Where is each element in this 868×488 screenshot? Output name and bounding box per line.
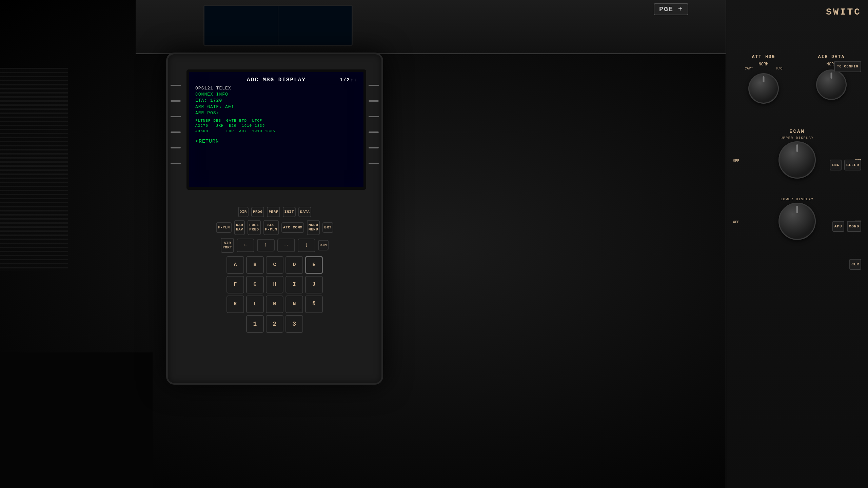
fo-label: F/O [776,67,782,70]
screen-line-3: ETA: 1720 [195,98,357,104]
airport-label: AIRPORT [222,241,232,249]
att-hdg-title: ATT HDG [733,54,794,59]
prog-button[interactable]: PROG [251,207,264,217]
lower-off-label: OFF [733,220,739,224]
att-hdg-norm: NORM [733,62,794,67]
mcdu-unit: AOC MSG DISPLAY 1/2↑↓ OPS121 TELEX CONNE… [166,53,383,385]
eng-button[interactable]: ENG [830,160,842,170]
capt-fo-labels: CAPT F/O [733,67,794,70]
screen-line-4: ARR GATE: A01 [195,104,357,110]
key-b[interactable]: B [246,256,264,274]
to-config-button[interactable]: TO CONFIG [834,61,861,72]
secfpln-label: SECF-PLN [265,223,277,231]
fuelpred-button[interactable]: FUELPRED [248,220,260,235]
fpln-button[interactable]: F-PLN [216,222,232,233]
upper-display-knob[interactable] [778,141,816,179]
lsk-r4[interactable] [369,131,379,133]
lsk-r3[interactable] [369,116,379,117]
secfpln-button[interactable]: SECF-PLN [263,220,279,235]
atccomm-label: ATC COMM [283,225,302,230]
capt-label: CAPT [745,67,753,70]
key-n[interactable]: N~ [285,296,303,313]
dir-button[interactable]: DIR [238,207,249,217]
key-k[interactable]: K [226,296,244,313]
fuelpred-label: FUELPRED [249,223,259,231]
left-arrow-button[interactable]: ← [237,239,254,252]
key-2[interactable]: 2 [266,315,283,333]
atccomm-button[interactable]: ATC COMM [281,222,304,233]
ecam-section: ECAM UPPER DISPLAY OFF BRT ENG BLEED LOW… [733,129,861,270]
clr-button[interactable]: CLR [849,259,861,270]
screen-line-7: A3276 JKH B29 1910 1835 [195,123,357,128]
key-j[interactable]: J [305,276,323,293]
lsk-l3[interactable] [171,116,181,117]
lower-display-knob[interactable] [778,203,816,240]
upper-off-label: OFF [733,159,739,163]
screen-line-1: OPS121 TELEX [195,85,357,92]
cond-button[interactable]: COND [847,221,861,232]
key-d[interactable]: D [285,256,303,274]
key-1[interactable]: 1 [246,315,264,333]
bottom-left-panel [0,352,153,488]
upper-display-label: UPPER DISPLAY [733,136,861,140]
down-arrow-button[interactable]: ↓ [298,239,315,252]
key-l[interactable]: L [246,296,264,313]
dim-button[interactable]: DIM [318,240,329,250]
key-g[interactable]: G [246,276,264,293]
pge-plus-label: PGE + [659,5,683,13]
key-c[interactable]: C [266,256,283,274]
key-m[interactable]: M [266,296,283,313]
lsk-r2[interactable] [369,100,379,102]
key-f[interactable]: F [226,276,244,293]
key-h[interactable]: H [266,276,283,293]
mcdu-screen: AOC MSG DISPLAY 1/2↑↓ OPS121 TELEX CONNE… [186,69,366,190]
air-data-title: AIR DATA [801,54,862,59]
lsk-l6[interactable] [171,163,181,164]
lsk-right-group [369,85,379,178]
key-a[interactable]: A [226,256,244,274]
att-hdg-section: ATT HDG NORM CAPT F/O [733,54,794,106]
key-i[interactable]: I [285,276,303,293]
init-button[interactable]: INIT [283,207,296,217]
lower-display-label: LOWER DISPLAY [733,198,861,201]
perf-button[interactable]: PERF [267,207,280,217]
lsk-l5[interactable] [171,147,181,148]
airport-button[interactable]: AIRPORT [221,238,234,253]
screen-title: AOC MSG DISPLAY [247,77,306,83]
lsk-r5[interactable] [369,147,379,148]
ecam-title: ECAM [733,129,861,134]
cursor-button[interactable]: ↕ [257,239,275,251]
screen-line-2: CONNEX INFO [195,92,357,98]
bleed-button[interactable]: BLEED [844,160,861,170]
key-3[interactable]: 3 [285,315,303,333]
lsk-l2[interactable] [171,100,181,102]
lsk-l1[interactable] [171,85,181,86]
top-screen [203,5,353,46]
mcdumenu-button[interactable]: MCDUMENU [307,220,320,235]
key-o[interactable]: Ñ [305,296,323,313]
right-side-panel: SWITC ATT HDG NORM CAPT F/O AIR DATA NOR… [726,0,868,488]
key-e[interactable]: E [305,256,323,274]
lsk-r1[interactable] [369,85,379,86]
ventilation-grille [0,68,68,271]
radnav-button[interactable]: RADNAV [234,220,245,235]
page-indicator: 1/2↑↓ [340,77,357,83]
brt-button[interactable]: BRT [322,222,333,233]
screen-line-8: A3608 LHR A07 1910 1835 [195,129,357,134]
radnav-label: RADNAV [236,223,243,231]
att-hdg-knob[interactable] [748,73,779,104]
air-data-knob[interactable] [816,69,847,100]
pge-plus-button[interactable]: PGE + [654,3,688,15]
lsk-l4[interactable] [171,131,181,133]
apu-button[interactable]: APU [832,221,844,232]
keypad-section: DIR PROG PERF INIT DATA F-PLN RADNAV FUE… [175,207,375,333]
switch-panel-title: SWITC [826,7,861,17]
screen-line-6: FLTNBR DES GATE ETD LTOP [195,118,357,123]
mcdumenu-label: MCDUMENU [309,223,318,231]
return-label: <RETURN [195,139,357,144]
lsk-left-group [171,85,181,178]
data-button[interactable]: DATA [298,207,311,217]
screen-line-5: ARR POS: [195,110,357,116]
lsk-r6[interactable] [369,163,379,164]
right-arrow-button[interactable]: → [277,239,295,252]
